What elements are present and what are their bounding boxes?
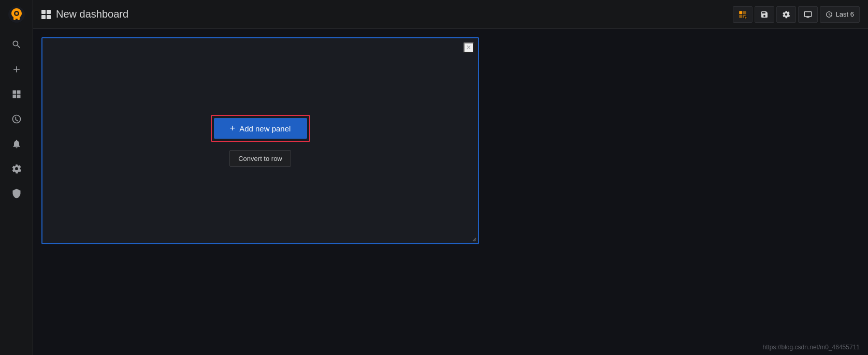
sidebar: [0, 29, 33, 355]
svg-rect-4: [743, 11, 746, 14]
add-panel-button-wrapper: + Add new panel: [211, 115, 310, 142]
convert-row-label: Convert to row: [238, 155, 282, 162]
dashboard-settings-button[interactable]: [776, 6, 796, 23]
dashboards-icon: [11, 89, 22, 99]
gear-icon: [11, 164, 22, 174]
clock-icon: [826, 11, 833, 18]
svg-text:+: +: [744, 16, 747, 19]
dashboard-grid-icon: [41, 10, 51, 19]
header-title-area: New dashboard: [33, 8, 733, 20]
add-panel-toolbar-button[interactable]: +: [733, 6, 753, 23]
resize-handle[interactable]: [472, 237, 477, 242]
svg-rect-5: [739, 14, 742, 18]
shield-icon: [11, 188, 22, 199]
svg-point-2: [15, 12, 18, 14]
sidebar-item-search[interactable]: [5, 33, 28, 56]
sidebar-item-explore[interactable]: [5, 108, 28, 130]
panel-container: × + Add new panel Convert to row: [41, 37, 479, 244]
search-icon: [11, 39, 22, 50]
time-range-label: Last 6: [836, 10, 854, 18]
sidebar-item-create[interactable]: [5, 58, 28, 81]
panel-close-button[interactable]: ×: [464, 42, 474, 53]
logo-area: [0, 0, 33, 29]
sidebar-item-configuration[interactable]: [5, 157, 28, 180]
tv-mode-button[interactable]: [798, 6, 818, 23]
add-panel-icon: +: [738, 10, 747, 19]
create-icon: [11, 64, 22, 75]
time-range-button[interactable]: Last 6: [820, 6, 860, 23]
save-dashboard-button[interactable]: [755, 6, 774, 23]
tv-icon: [804, 10, 812, 19]
resize-icon: [472, 237, 477, 242]
add-panel-label: Add new panel: [239, 124, 291, 133]
sidebar-item-alerting[interactable]: [5, 132, 28, 155]
convert-to-row-button[interactable]: Convert to row: [229, 150, 291, 167]
sidebar-item-dashboards[interactable]: [5, 83, 28, 106]
main-content: × + Add new panel Convert to row: [33, 29, 868, 355]
panel-body: + Add new panel Convert to row: [42, 38, 478, 243]
bell-icon: [11, 139, 22, 149]
explore-icon: [11, 114, 22, 124]
footer-watermark: https://blog.csdn.net/m0_46455711: [763, 344, 860, 351]
settings-icon: [782, 10, 790, 19]
add-panel-plus-icon: +: [230, 123, 236, 134]
grafana-logo-icon: [8, 6, 25, 23]
save-icon: [760, 10, 769, 19]
page-title: New dashboard: [56, 8, 128, 20]
sidebar-item-admin[interactable]: [5, 182, 28, 205]
add-new-panel-button[interactable]: + Add new panel: [214, 118, 307, 139]
header-actions: + Last 6: [733, 6, 868, 23]
svg-rect-3: [739, 11, 742, 14]
top-header: New dashboard +: [0, 0, 868, 29]
